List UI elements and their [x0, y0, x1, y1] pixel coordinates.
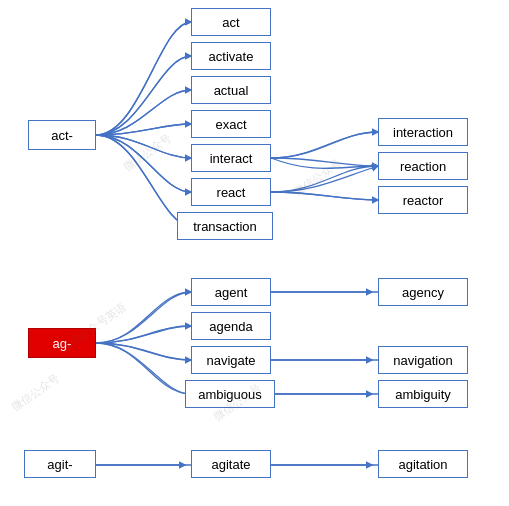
exact-label: exact: [215, 117, 246, 132]
react-node: react: [191, 178, 271, 206]
agitate-node: agitate: [191, 450, 271, 478]
agency-node: agency: [378, 278, 468, 306]
reactor-label: reactor: [403, 193, 443, 208]
agenda-node: agenda: [191, 312, 271, 340]
watermark-4: 微信公众号: [291, 156, 345, 200]
ambiguity-label: ambiguity: [395, 387, 451, 402]
navigate-label: navigate: [206, 353, 255, 368]
ag-root-node: ag-: [28, 328, 96, 358]
agent-label: agent: [215, 285, 248, 300]
ambiguous-node: ambiguous: [185, 380, 275, 408]
ambiguous-label: ambiguous: [198, 387, 262, 402]
act-root-node: act-: [28, 120, 96, 150]
watermark-1: 微信公众号: [9, 371, 63, 415]
actual-node: actual: [191, 76, 271, 104]
activate-label: activate: [209, 49, 254, 64]
act-label: act: [222, 15, 239, 30]
navigate-node: navigate: [191, 346, 271, 374]
interaction-node: interaction: [378, 118, 468, 146]
react-label: react: [217, 185, 246, 200]
agitation-label: agitation: [398, 457, 447, 472]
agitation-node: agitation: [378, 450, 468, 478]
agitate-label: agitate: [211, 457, 250, 472]
reaction-node: reaction: [378, 152, 468, 180]
interact-node: interact: [191, 144, 271, 172]
navigation-label: navigation: [393, 353, 452, 368]
reactor-node: reactor: [378, 186, 468, 214]
diagram: act- act activate actual exact interact …: [0, 0, 509, 506]
agent-node: agent: [191, 278, 271, 306]
agenda-label: agenda: [209, 319, 252, 334]
navigation-node: navigation: [378, 346, 468, 374]
reaction-label: reaction: [400, 159, 446, 174]
actual-label: actual: [214, 83, 249, 98]
activate-node: activate: [191, 42, 271, 70]
act-node: act: [191, 8, 271, 36]
agit-root-node: agit-: [24, 450, 96, 478]
ambiguity-node: ambiguity: [378, 380, 468, 408]
interaction-label: interaction: [393, 125, 453, 140]
watermark-5: 微信公众号: [121, 131, 175, 175]
act-root-label: act-: [51, 128, 73, 143]
ag-root-label: ag-: [53, 336, 72, 351]
transaction-label: transaction: [193, 219, 257, 234]
agit-root-label: agit-: [47, 457, 72, 472]
transaction-node: transaction: [177, 212, 273, 240]
agency-label: agency: [402, 285, 444, 300]
exact-node: exact: [191, 110, 271, 138]
interact-label: interact: [210, 151, 253, 166]
